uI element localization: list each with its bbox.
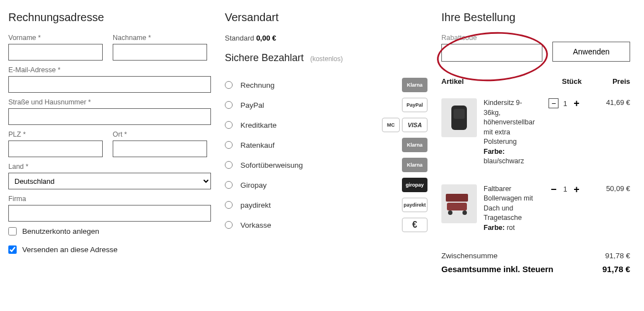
qty-plus-button[interactable]: + [572, 184, 582, 194]
payment-label: Sofortüberweisung [240, 161, 303, 169]
svg-rect-1 [454, 109, 465, 119]
street-label: Straße und Hausnummer * [8, 98, 211, 106]
create-account-checkbox[interactable] [8, 227, 17, 235]
payment-label: Rechnung [240, 81, 275, 89]
paydirekt-logo-icon: paydirekt [402, 198, 427, 212]
svg-rect-2 [446, 194, 468, 202]
order-item: Kindersitz 9-36kg, höhenverstellbar mit … [441, 89, 630, 175]
create-account-label: Benutzerkonto anlegen [22, 227, 99, 235]
lastname-label: Nachname * [113, 34, 207, 42]
mastercard-logo-icon: MC [382, 118, 400, 132]
payment-radio-paydirekt[interactable] [225, 201, 233, 209]
payment-label: Kreditkarte [240, 121, 276, 129]
payment-radio-vorkasse[interactable] [225, 221, 233, 229]
payment-label: PayPal [240, 101, 264, 109]
shipping-method-line: Standard 0,00 € [225, 34, 427, 42]
promo-label: Rabattcode [441, 34, 542, 42]
item-thumbnail-icon [441, 98, 477, 137]
payment-label: Vorkasse [240, 221, 271, 229]
shipping-heading: Versandart [225, 11, 427, 24]
city-input[interactable] [113, 141, 207, 157]
company-input[interactable] [8, 205, 211, 222]
euro-logo-icon: € [402, 218, 427, 232]
country-label: Land * [8, 163, 211, 170]
qty-plus-button[interactable]: + [572, 98, 582, 108]
payment-label: Ratenkauf [240, 141, 275, 149]
lastname-input[interactable] [113, 44, 207, 61]
country-select[interactable]: Deutschland [8, 173, 211, 189]
company-label: Firma [8, 195, 211, 203]
col-price: Preis [591, 77, 630, 86]
klarna-logo-icon: Klarna [402, 78, 427, 92]
klarna-logo-icon: Klarna [402, 138, 427, 152]
svg-point-4 [448, 210, 452, 215]
visa-logo-icon: VISA [402, 118, 427, 132]
payment-radio-sofort[interactable] [225, 161, 233, 169]
item-name: Faltbarer Bollerwagen mit Dach und Trage… [484, 184, 539, 223]
promo-input[interactable] [441, 44, 542, 62]
col-article: Artikel [441, 77, 552, 86]
payment-radio-paypal[interactable] [225, 101, 233, 109]
zip-input[interactable] [8, 141, 103, 157]
firstname-input[interactable] [8, 44, 103, 61]
grandtotal-label: Gesamtsumme inkl. Steuern [441, 264, 554, 274]
apply-button[interactable]: Anwenden [552, 42, 630, 62]
col-qty: Stück [552, 77, 591, 86]
payment-label: paydirekt [240, 201, 271, 209]
zip-label: PLZ * [8, 131, 103, 138]
grandtotal-value: 91,78 € [602, 264, 630, 274]
item-price: 41,69 € [591, 98, 630, 107]
payment-radio-rechnung[interactable] [225, 81, 233, 89]
qty-value: 1 [563, 185, 567, 193]
paypal-logo-icon: PayPal [402, 98, 427, 112]
payment-radio-kreditkarte[interactable] [225, 121, 233, 129]
payment-label: Giropay [240, 181, 266, 189]
street-input[interactable] [8, 108, 211, 125]
order-item: Faltbarer Bollerwagen mit Dach und Trage… [441, 175, 630, 242]
item-name: Kindersitz 9-36kg, höhenverstellbar mit … [484, 98, 539, 147]
svg-point-5 [462, 210, 467, 215]
email-input[interactable] [8, 76, 211, 93]
payment-radio-ratenkauf[interactable] [225, 141, 233, 149]
svg-rect-3 [447, 203, 467, 210]
item-price: 50,09 € [591, 184, 630, 193]
subtotal-label: Zwischensumme [441, 252, 497, 260]
city-label: Ort * [113, 131, 207, 138]
ship-same-checkbox[interactable] [8, 245, 17, 254]
qty-minus-button[interactable]: − [549, 98, 559, 108]
email-label: E-Mail-Adresse * [8, 66, 211, 74]
klarna-logo-icon: Klarna [402, 158, 427, 172]
firstname-label: Vorname * [8, 34, 103, 42]
payment-note: (kostenlos) [310, 55, 343, 63]
payment-radio-giropay[interactable] [225, 181, 233, 189]
order-heading: Ihre Bestellung [441, 11, 630, 24]
ship-same-label: Versenden an diese Adresse [22, 245, 118, 254]
subtotal-value: 91,78 € [605, 252, 630, 260]
item-thumbnail-icon [441, 184, 477, 223]
billing-heading: Rechnungsadresse [8, 11, 211, 24]
payment-heading: Sichere Bezahlart [225, 52, 304, 64]
qty-minus-button[interactable]: − [549, 184, 559, 194]
qty-value: 1 [563, 99, 567, 108]
giropay-logo-icon: giropay [402, 178, 427, 192]
